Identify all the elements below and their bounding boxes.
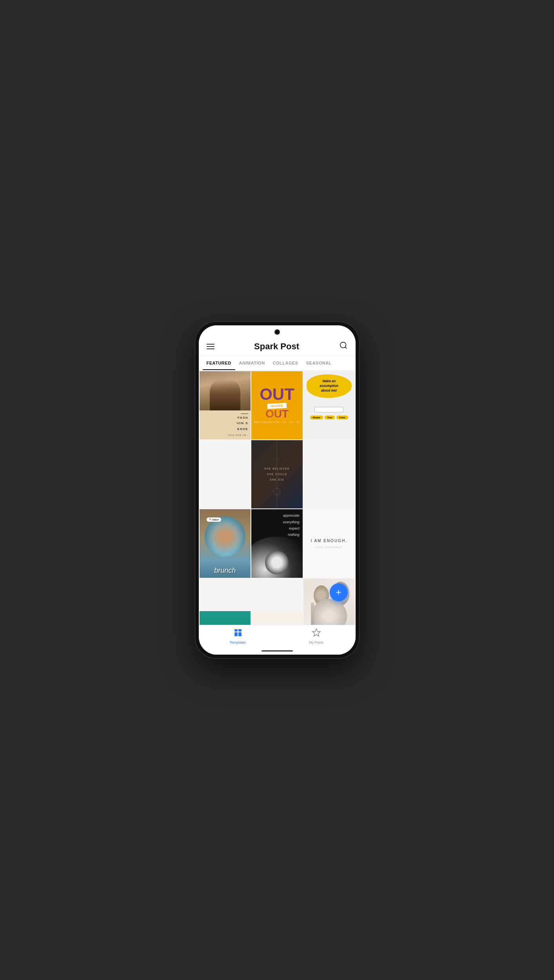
nav-templates[interactable]: Templates — [199, 625, 277, 647]
tab-featured[interactable]: FEATURED — [203, 356, 235, 370]
template-palette[interactable] — [251, 611, 303, 625]
phone-screen: Spark Post FEATURED ANIMATION COLLAGES S… — [199, 325, 356, 655]
camera-dot — [274, 329, 280, 335]
tab-animation[interactable]: ANIMATION — [235, 356, 269, 370]
template-enough[interactable]: I AM ENOUGH. LOVE YOURSELF — [303, 509, 355, 577]
app-title: Spark Post — [254, 341, 299, 352]
enough-sub: LOVE YOURSELF — [316, 546, 342, 548]
templates-label: Templates — [230, 641, 246, 644]
phone-frame: Spark Post FEATURED ANIMATION COLLAGES S… — [195, 321, 360, 659]
svg-rect-3 — [238, 629, 242, 632]
menu-button[interactable] — [207, 344, 214, 349]
enough-text: I AM ENOUGH. — [311, 539, 347, 543]
camera-bar — [199, 325, 356, 339]
brunch-label: brunch — [214, 566, 236, 575]
template-appreciate[interactable]: appreciateeverythingexpectnothing — [251, 509, 303, 577]
app-header: Spark Post — [199, 339, 356, 356]
home-bar — [262, 650, 293, 652]
svg-rect-5 — [238, 632, 242, 636]
nav-my-posts[interactable]: My Posts — [277, 625, 356, 647]
template-coffee[interactable]: Healthy Breakfast Recipes for busy morni… — [303, 579, 355, 625]
tab-collages[interactable]: COLLAGES — [269, 356, 302, 370]
template-assumption[interactable]: Make anassumptionabout me! Maybe True Fa… — [303, 371, 355, 439]
svg-rect-2 — [234, 629, 238, 632]
my-posts-icon — [312, 628, 321, 639]
bottom-navigation: Templates My Posts — [199, 625, 356, 647]
svg-marker-6 — [312, 629, 320, 636]
home-indicator — [199, 647, 356, 655]
template-she-believed[interactable]: ≈≈≈ SHE BELIEVEDSHE COULDSHE DID — [251, 440, 303, 508]
svg-point-0 — [340, 342, 346, 348]
search-button[interactable] — [339, 341, 348, 352]
template-brunch[interactable]: 📍ONE67 brunch — [200, 509, 251, 577]
tab-bar: FEATURED ANIMATION COLLAGES SEASONAL — [199, 356, 356, 370]
templates-icon — [233, 628, 243, 639]
content-area[interactable]: FASHION SENSE - SALE NOW ON - OUT INSIDE… — [199, 370, 356, 625]
template-fashion[interactable]: FASHION SENSE - SALE NOW ON - — [200, 371, 251, 439]
tab-seasonal[interactable]: SEASONAL — [302, 356, 336, 370]
add-button[interactable]: + — [330, 583, 348, 601]
svg-line-1 — [345, 347, 347, 348]
svg-rect-4 — [234, 632, 238, 636]
template-out-inside[interactable]: OUT INSIDE OUT NEW COLLECTION | 15 · 10 … — [251, 371, 303, 439]
template-wanderlust[interactable]: WANDERLUST — [200, 611, 251, 625]
my-posts-label: My Posts — [309, 641, 323, 644]
